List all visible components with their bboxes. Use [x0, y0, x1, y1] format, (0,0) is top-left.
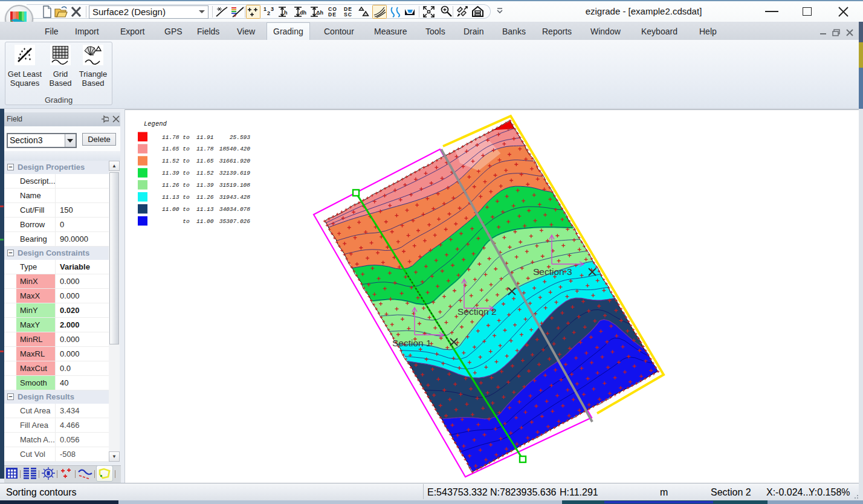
svg-text:Section 2: Section 2 — [457, 306, 497, 317]
svg-text:11.52 to 11.65: 11.52 to 11.65 — [162, 158, 214, 164]
svg-text:h: h — [284, 10, 288, 16]
svg-text:2: 2 — [267, 10, 270, 16]
svg-text:to 11.00: to 11.00 — [162, 218, 214, 225]
svg-text:SC: SC — [344, 11, 352, 18]
svg-text:32139.619: 32139.619 — [219, 170, 251, 176]
svg-text:34034.078: 34034.078 — [219, 206, 251, 213]
svg-text:31519.108: 31519.108 — [219, 182, 251, 189]
svg-text:Δh: Δh — [316, 10, 323, 16]
svg-text:Legend: Legend — [144, 120, 167, 128]
svg-text:dh: dh — [300, 10, 306, 16]
svg-text:11.26 to 11.39: 11.26 to 11.39 — [162, 182, 214, 189]
svg-text:Section 1: Section 1 — [392, 338, 432, 348]
svg-text:3: 3 — [271, 6, 274, 12]
svg-text:11.00 to 11.13: 11.00 to 11.13 — [162, 206, 214, 213]
svg-text:25.593: 25.593 — [230, 134, 251, 141]
svg-text:11.65 to 11.78: 11.65 to 11.78 — [162, 146, 214, 152]
svg-text:11.78 to 11.91: 11.78 to 11.91 — [162, 134, 214, 141]
svg-text:Section 3: Section 3 — [533, 267, 572, 277]
svg-text:31661.920: 31661.920 — [219, 158, 251, 164]
svg-text:35307.026: 35307.026 — [219, 218, 251, 225]
svg-text:11.39 to 11.52: 11.39 to 11.52 — [162, 170, 214, 176]
svg-text:11.13 to 11.26: 11.13 to 11.26 — [162, 194, 214, 201]
svg-text:DE: DE — [328, 11, 337, 18]
svg-text:18540.420: 18540.420 — [219, 146, 251, 152]
svg-text:31943.428: 31943.428 — [219, 194, 251, 201]
svg-text:1: 1 — [263, 6, 267, 12]
